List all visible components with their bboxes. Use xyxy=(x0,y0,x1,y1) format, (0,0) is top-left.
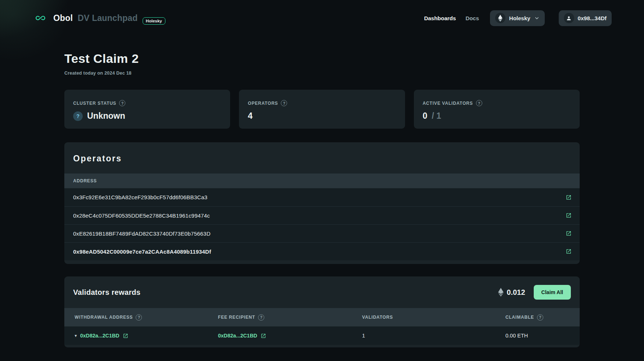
operators-help-icon[interactable]: ? xyxy=(281,100,287,106)
withdrawal-address-link[interactable]: 0xD82a...2C1BD xyxy=(80,333,119,339)
fee-recipient-column-header: FEE RECIPIENT xyxy=(218,315,255,320)
main-content: Test Claim 2 Created today on 2024 Dec 1… xyxy=(0,51,644,347)
stat-cards: CLUSTER STATUS ? ? Unknown OPERATORS ? 4… xyxy=(64,90,580,129)
ethereum-icon xyxy=(495,13,505,23)
open-in-explorer-icon[interactable] xyxy=(566,194,572,200)
top-bar: Obol DV Launchpad Holesky Dashboards Doc… xyxy=(0,0,644,36)
rewards-title: Validators rewards xyxy=(73,288,140,297)
brand-product: DV Launchpad xyxy=(78,13,137,23)
open-in-explorer-icon[interactable] xyxy=(261,333,266,339)
status-unknown-icon: ? xyxy=(73,111,83,121)
network-selector-label: Holesky xyxy=(509,15,530,21)
nav-docs[interactable]: Docs xyxy=(465,15,479,21)
validators-count-cell: 1 xyxy=(362,333,505,339)
operators-count-card: OPERATORS ? 4 xyxy=(239,90,405,129)
cluster-status-value-row: ? Unknown xyxy=(73,111,221,121)
claimable-help-icon[interactable]: ? xyxy=(537,314,543,321)
table-row: 0xE82619B18BF7489FdAD82C33740Df73E0b7566… xyxy=(64,224,580,242)
cluster-status-label-row: CLUSTER STATUS ? xyxy=(73,100,221,106)
withdrawal-address-cell: ▾ 0xD82a...2C1BD xyxy=(75,333,218,339)
wallet-account-button[interactable]: 0x98...34Df xyxy=(559,10,612,26)
table-row: 0x98eAD5042C00009e7ce7a2CAAc8A4089b11934… xyxy=(64,242,580,260)
total-rewards-amount: 0.012 xyxy=(507,288,525,297)
rewards-summary: 0.012 Claim All xyxy=(498,285,571,300)
active-validators-value-row: 0 / 1 xyxy=(423,111,571,121)
cluster-created-date: Created today on 2024 Dec 18 xyxy=(64,71,580,76)
cluster-status-label: CLUSTER STATUS xyxy=(73,101,116,106)
table-row: 0x28eC4c075DF60535DDE5e2788C34B1961c9947… xyxy=(64,206,580,224)
active-validators-label: ACTIVE VALIDATORS xyxy=(423,101,473,106)
operators-panel: Operators ADDRESS 0x3Fc92E6e31C9bA82ceF2… xyxy=(64,142,580,264)
claim-all-button[interactable]: Claim All xyxy=(534,285,571,300)
top-nav: Dashboards Docs Holesky 0x98...34Df xyxy=(424,10,612,26)
operators-panel-title: Operators xyxy=(64,142,580,174)
operators-label-row: OPERATORS ? xyxy=(248,100,396,106)
obol-infinity-icon xyxy=(32,13,49,23)
withdrawal-address-column-header: WITHDRAWAL ADDRESS xyxy=(75,315,133,320)
cluster-status-help-icon[interactable]: ? xyxy=(119,100,125,106)
wallet-address-short: 0x98...34Df xyxy=(578,15,607,21)
rewards-header: Validators rewards 0.012 Claim All xyxy=(64,276,580,308)
active-validators-help-icon[interactable]: ? xyxy=(476,100,482,106)
rewards-table-row: ▾ 0xD82a...2C1BD 0xD82a...2C1BD 1 0.00 E… xyxy=(64,326,580,345)
operators-label: OPERATORS xyxy=(248,101,278,106)
claimable-column-header: CLAIMABLE xyxy=(505,315,534,320)
open-in-explorer-icon[interactable] xyxy=(123,333,128,339)
nav-dashboards[interactable]: Dashboards xyxy=(424,15,456,21)
ethereum-icon xyxy=(498,288,504,297)
brand-name: Obol xyxy=(53,13,73,23)
operator-address: 0xE82619B18BF7489FdAD82C33740Df73E0b7566… xyxy=(73,230,211,237)
network-selector-button[interactable]: Holesky xyxy=(490,10,545,26)
operators-table-header: ADDRESS xyxy=(64,174,580,188)
rewards-table-header: WITHDRAWAL ADDRESS ? FEE RECIPIENT ? VAL… xyxy=(64,308,580,326)
page-title: Test Claim 2 xyxy=(64,51,580,66)
withdrawal-address-help-icon[interactable]: ? xyxy=(136,314,142,321)
active-validators-card: ACTIVE VALIDATORS ? 0 / 1 xyxy=(414,90,580,129)
address-column-header: ADDRESS xyxy=(73,178,97,183)
active-validators-total: / 1 xyxy=(432,111,441,121)
validators-column-header: VALIDATORS xyxy=(362,315,393,320)
open-in-explorer-icon[interactable] xyxy=(566,212,572,218)
network-badge: Holesky xyxy=(143,17,165,25)
active-validators-count: 0 xyxy=(423,111,427,121)
table-row: 0x3Fc92E6e31C9bA82ceF293b0cF57dd6f06BB3C… xyxy=(64,188,580,206)
open-in-explorer-icon[interactable] xyxy=(566,249,572,254)
chevron-down-icon xyxy=(534,15,540,21)
operators-count-value: 4 xyxy=(248,111,396,121)
user-avatar-icon xyxy=(564,13,574,23)
fee-recipient-link[interactable]: 0xD82a...2C1BD xyxy=(218,333,257,339)
operator-address: 0x28eC4c075DF60535DDE5e2788C34B1961c9947… xyxy=(73,212,210,219)
claimable-amount-cell: 0.00 ETH xyxy=(505,333,569,339)
operator-address: 0x3Fc92E6e31C9bA82ceF293b0cF57dd6f06BB3C… xyxy=(73,194,207,200)
operators-table-body: 0x3Fc92E6e31C9bA82ceF293b0cF57dd6f06BB3C… xyxy=(64,188,580,260)
fee-recipient-cell: 0xD82a...2C1BD xyxy=(218,333,362,339)
fee-recipient-help-icon[interactable]: ? xyxy=(258,314,264,321)
validators-rewards-panel: Validators rewards 0.012 Claim All WITHD… xyxy=(64,276,580,347)
operator-address: 0x98eAD5042C00009e7ce7a2CAAc8A4089b11934… xyxy=(73,249,211,255)
cluster-status-value: Unknown xyxy=(87,111,125,121)
brand-logo[interactable]: Obol DV Launchpad Holesky xyxy=(32,13,165,23)
active-validators-label-row: ACTIVE VALIDATORS ? xyxy=(423,100,571,106)
cluster-status-card: CLUSTER STATUS ? ? Unknown xyxy=(64,90,230,129)
open-in-explorer-icon[interactable] xyxy=(566,230,572,236)
row-expander-icon[interactable]: ▾ xyxy=(75,333,77,338)
